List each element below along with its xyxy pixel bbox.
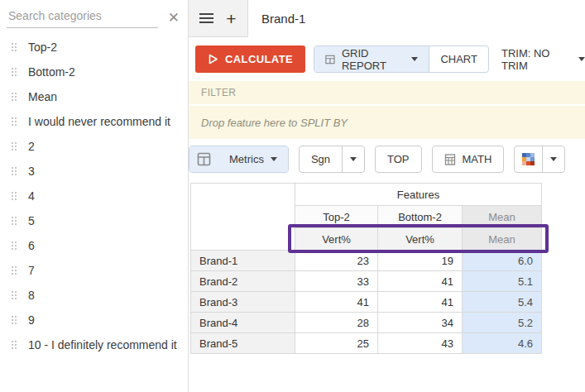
metrics-dropdown[interactable]: Metrics: [218, 146, 288, 172]
search-bar: ✕: [0, 0, 188, 35]
chart-label: CHART: [440, 53, 477, 65]
calculate-label: CALCULATE: [225, 53, 293, 65]
palette-group: [514, 146, 565, 173]
table-cell[interactable]: 43: [378, 333, 463, 354]
row-label[interactable]: Brand-5: [191, 333, 295, 354]
sidebar-item-6[interactable]: 6: [0, 233, 188, 258]
row-label[interactable]: Brand-2: [191, 271, 295, 292]
table-cell[interactable]: 41: [378, 271, 463, 292]
main-pane: + Brand-1 CALCULATE GRID REPORT: [189, 0, 585, 392]
palette-caret-button[interactable]: [542, 146, 564, 172]
sidebar-item-4[interactable]: 4: [0, 184, 188, 208]
column-header-top-2[interactable]: Top-2: [295, 206, 378, 228]
table-cell[interactable]: 25: [295, 333, 378, 354]
sidebar-item-mean[interactable]: Mean: [0, 84, 188, 109]
filter-drop-zone[interactable]: FILTER: [189, 81, 585, 104]
trim-label: TRIM: NO TRIM: [501, 47, 573, 72]
table-cell[interactable]: 33: [295, 271, 378, 292]
drag-handle-icon[interactable]: [12, 341, 18, 350]
corner-cell: [191, 184, 295, 251]
table-row: Brand-5 25 43 4.6: [191, 333, 542, 354]
search-input[interactable]: [7, 7, 158, 28]
metrics-toolbar: Metrics Sgn TOP: [189, 146, 585, 173]
tab-brand-1[interactable]: Brand-1: [261, 12, 305, 26]
drag-handle-icon[interactable]: [12, 291, 18, 300]
drag-handle-icon[interactable]: [12, 43, 18, 52]
subheader-vert-pct[interactable]: Vert%: [378, 228, 463, 251]
sidebar-item-7[interactable]: 7: [0, 258, 188, 283]
close-icon[interactable]: ✕: [168, 11, 180, 25]
table-cell-mean[interactable]: 6.0: [463, 251, 542, 271]
layout-icon: [197, 152, 211, 166]
table-cell[interactable]: 41: [378, 292, 463, 313]
drag-handle-icon[interactable]: [12, 241, 18, 251]
drag-handle-icon[interactable]: [12, 167, 18, 176]
math-icon: [444, 154, 456, 165]
drag-handle-icon[interactable]: [12, 217, 18, 226]
math-button[interactable]: MATH: [432, 146, 505, 173]
sgn-button[interactable]: Sgn: [300, 146, 342, 172]
column-header-bottom-2[interactable]: Bottom-2: [378, 206, 463, 228]
row-label[interactable]: Brand-4: [191, 313, 295, 333]
sidebar-item-label: 8: [28, 289, 35, 302]
table-cell-mean[interactable]: 4.6: [463, 333, 542, 354]
caret-down-icon: [350, 157, 357, 161]
table-cell[interactable]: 28: [295, 313, 378, 333]
sidebar-item-label: 4: [28, 189, 35, 203]
caret-down-icon: [578, 57, 585, 61]
sidebar-item-label: Bottom-2: [28, 65, 75, 79]
table-cell-mean[interactable]: 5.4: [463, 292, 542, 313]
menu-icon[interactable]: [199, 13, 213, 23]
drag-handle-icon[interactable]: [12, 117, 18, 127]
palette-button[interactable]: [515, 146, 542, 172]
row-label[interactable]: Brand-3: [191, 292, 295, 313]
sidebar-item-label: 7: [28, 264, 35, 277]
sidebar-item-5[interactable]: 5: [0, 208, 188, 233]
drag-handle-icon[interactable]: [12, 192, 18, 201]
column-header-mean[interactable]: Mean: [463, 206, 542, 228]
subheader-vert-pct[interactable]: Vert%: [295, 228, 378, 251]
drag-handle-icon[interactable]: [12, 266, 18, 275]
table-cell[interactable]: 19: [378, 251, 463, 271]
sidebar-item-2[interactable]: 2: [0, 134, 188, 159]
metrics-label: Metrics: [229, 153, 264, 165]
split-by-drop-zone[interactable]: Drop feature here to SPLIT BY: [189, 106, 585, 139]
table-cell[interactable]: 41: [295, 292, 378, 313]
trim-dropdown[interactable]: TRIM: NO TRIM: [501, 47, 585, 72]
features-group-header[interactable]: Features: [295, 184, 542, 206]
grid-report-button[interactable]: GRID REPORT: [314, 46, 429, 72]
sidebar-item-bottom-2[interactable]: Bottom-2: [0, 60, 188, 84]
split-by-hint: Drop feature here to SPLIT BY: [201, 117, 348, 129]
tab-controls: +: [189, 0, 248, 37]
subheader-mean[interactable]: Mean: [463, 228, 542, 251]
sidebar-item-3[interactable]: 3: [0, 159, 188, 184]
table-header-row: Features: [191, 184, 542, 206]
row-label[interactable]: Brand-1: [191, 251, 295, 271]
caret-down-icon: [271, 157, 277, 161]
caret-down-icon: [550, 157, 557, 161]
table-cell[interactable]: 23: [295, 251, 378, 271]
layout-button[interactable]: [189, 146, 218, 172]
table-cell-mean[interactable]: 5.2: [463, 313, 542, 333]
table-cell[interactable]: 34: [378, 313, 463, 333]
table-cell-mean[interactable]: 5.1: [463, 271, 542, 292]
view-switch-group: GRID REPORT CHART: [314, 45, 489, 73]
drag-handle-icon[interactable]: [12, 68, 18, 77]
drag-handle-icon[interactable]: [12, 316, 18, 325]
sidebar-item-never-recommend[interactable]: I would never recommend it: [0, 109, 188, 134]
chart-button[interactable]: CHART: [429, 46, 488, 72]
sidebar-item-label: 2: [28, 140, 35, 153]
calculate-button[interactable]: CALCULATE: [195, 45, 305, 73]
sidebar-item-top-2[interactable]: Top-2: [0, 35, 188, 60]
drag-handle-icon[interactable]: [12, 142, 18, 151]
sidebar-item-label: 3: [28, 165, 35, 178]
drag-handle-icon[interactable]: [12, 93, 18, 102]
new-tab-button[interactable]: +: [226, 10, 236, 27]
top-button[interactable]: TOP: [375, 146, 422, 173]
sidebar-item-8[interactable]: 8: [0, 283, 188, 308]
sidebar-item-label: Mean: [28, 90, 57, 103]
sgn-caret-button[interactable]: [342, 146, 364, 172]
sidebar-item-9[interactable]: 9: [0, 308, 188, 332]
filter-label: FILTER: [201, 87, 236, 98]
sidebar-item-definitely-recommend[interactable]: 10 - I definitely recommend it: [0, 332, 188, 357]
